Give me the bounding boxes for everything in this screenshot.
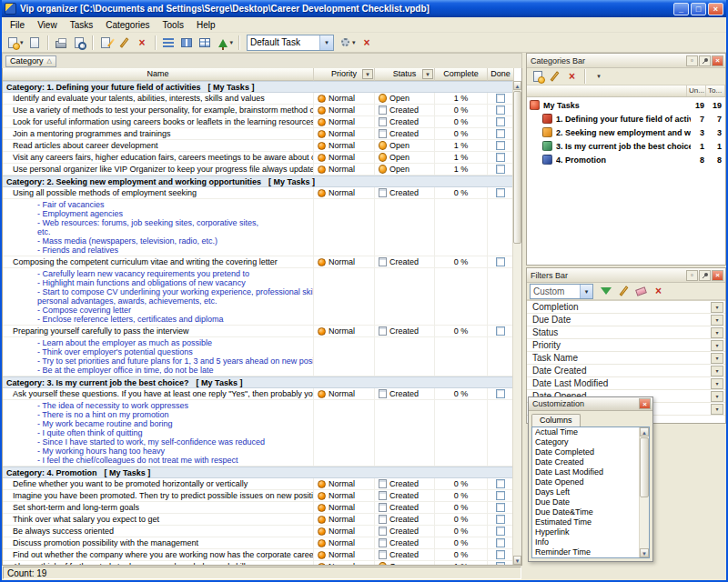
task-row[interactable]: Define whether you want to be promoted h…: [3, 478, 521, 490]
task-types-button[interactable]: ▾: [338, 34, 358, 51]
column-header-status[interactable]: Status ▼: [375, 68, 435, 81]
tree-item-category-1[interactable]: 1. Defining your future field of activit…: [527, 112, 725, 125]
column-header-name[interactable]: Name: [3, 68, 314, 81]
clear-selection-button[interactable]: [359, 34, 376, 51]
categories-float-button[interactable]: ▫: [686, 55, 698, 66]
customization-close-button[interactable]: ×: [639, 398, 651, 409]
done-checkbox[interactable]: [496, 550, 505, 559]
done-checkbox[interactable]: [496, 129, 505, 138]
edit-category-button[interactable]: [547, 69, 562, 85]
customization-titlebar[interactable]: Customization ×: [529, 397, 652, 411]
filter-row-due-date[interactable]: Due Date▾: [527, 314, 725, 326]
done-checkbox[interactable]: [496, 562, 505, 565]
column-option[interactable]: Estimated Time: [532, 517, 638, 527]
column-option[interactable]: Actual Time: [532, 427, 638, 437]
scroll-up-arrow[interactable]: ▲: [640, 427, 649, 436]
task-row[interactable]: Preparing yourself carefully to pass the…: [3, 326, 521, 337]
scrollbar-thumb[interactable]: [513, 91, 521, 244]
group-by-category-button[interactable]: Category △: [5, 55, 56, 67]
task-row[interactable]: Find out whether the company where you a…: [3, 549, 521, 561]
category-options-button[interactable]: ▾: [591, 69, 606, 85]
new-note-button[interactable]: [26, 34, 44, 51]
tree-item-category-4[interactable]: 4. Promotion88: [527, 153, 725, 166]
task-row[interactable]: Look for useful information using career…: [3, 116, 521, 128]
menu-help[interactable]: Help: [190, 19, 222, 31]
task-type-combo[interactable]: Default Task▾: [247, 35, 334, 51]
filter-row-status[interactable]: Status▾: [527, 326, 725, 339]
delete-category-button[interactable]: [564, 69, 580, 85]
filter-dropdown-arrow[interactable]: ▾: [711, 302, 723, 313]
filter-dropdown-arrow[interactable]: ▾: [711, 366, 723, 376]
task-row[interactable]: Be always success orientedNormalCreated0…: [3, 526, 521, 537]
tree-item-category-2[interactable]: 2. Seeking new employment and working o3…: [527, 125, 725, 139]
view-columns-button[interactable]: [178, 34, 196, 51]
task-row[interactable]: Think over what salary you expect to get…: [3, 514, 521, 526]
task-row[interactable]: Using all possible methods of employment…: [3, 187, 521, 199]
titlebar[interactable]: Vip organizer [C:\Documents and Settings…: [2, 0, 726, 17]
task-row[interactable]: Composing the competent curriculum vitae…: [3, 256, 521, 268]
filters-bar-header[interactable]: Filters Bar ▫ ×: [527, 268, 725, 283]
column-option[interactable]: Hyperlink: [532, 527, 638, 537]
done-checkbox[interactable]: [496, 491, 505, 500]
column-option[interactable]: Reminder Time: [532, 547, 638, 557]
menu-categories[interactable]: Categories: [99, 19, 156, 31]
done-checkbox[interactable]: [496, 389, 505, 398]
column-option[interactable]: Category: [532, 437, 638, 447]
print-button[interactable]: [53, 34, 70, 51]
task-row[interactable]: Identify and evaluate your talents, abil…: [3, 93, 521, 105]
task-row[interactable]: Imagine you have been promoted. Then try…: [3, 490, 521, 502]
scroll-down-arrow[interactable]: ▼: [513, 556, 521, 565]
task-row[interactable]: Join a mentoring programmes and training…: [3, 128, 521, 140]
combo-dropdown-arrow[interactable]: ▾: [580, 285, 592, 298]
column-option[interactable]: Date Opened: [532, 477, 638, 487]
categories-bar-header[interactable]: Categories Bar ▫ ×: [527, 54, 725, 68]
done-checkbox[interactable]: [496, 503, 505, 512]
filters-close-button[interactable]: ×: [712, 270, 723, 281]
column-option[interactable]: Date Last Modified: [532, 467, 638, 477]
delete-filter-button[interactable]: [651, 284, 666, 299]
columns-list-scrollbar[interactable]: ▲ ▼: [639, 427, 649, 557]
categories-pin-button[interactable]: [699, 55, 711, 66]
column-option[interactable]: Due Date&Time: [532, 507, 638, 517]
column-option[interactable]: Days Left: [532, 487, 638, 497]
view-list-button[interactable]: [160, 34, 177, 51]
done-checkbox[interactable]: [496, 515, 505, 524]
task-row[interactable]: Visit any careers fairs, higher educatio…: [3, 152, 521, 164]
task-row[interactable]: Read articles about career developmentNo…: [3, 140, 521, 152]
filter-row-date-created[interactable]: Date Created▾: [527, 365, 725, 377]
new-task-button[interactable]: ▾: [5, 34, 25, 51]
customization-window[interactable]: Customization × Columns Actual TimeCateg…: [528, 396, 653, 562]
done-checkbox[interactable]: [496, 527, 505, 536]
scroll-up-arrow[interactable]: ▲: [513, 81, 521, 90]
priority-filter-button[interactable]: ▼: [362, 69, 373, 79]
filters-float-button[interactable]: ▫: [686, 270, 698, 281]
add-category-button[interactable]: [530, 69, 545, 85]
category-row[interactable]: Category: 1. Defining your future field …: [3, 81, 521, 93]
filter-row-completion[interactable]: Completion▾: [527, 301, 725, 314]
category-row[interactable]: Category: 2. Seeking new employment and …: [3, 176, 521, 187]
done-checkbox[interactable]: [496, 141, 505, 150]
menu-file[interactable]: File: [4, 19, 31, 31]
task-row[interactable]: Set short-term and long-term goalsNormal…: [3, 502, 521, 514]
done-checkbox[interactable]: [496, 326, 505, 336]
task-row[interactable]: Discuss promotion possibility with the m…: [3, 537, 521, 549]
done-checkbox[interactable]: [496, 479, 505, 488]
close-button[interactable]: ×: [708, 3, 723, 15]
menu-tools[interactable]: Tools: [157, 19, 190, 31]
filter-row-date-last-modified[interactable]: Date Last Modified▾: [527, 377, 725, 390]
column-header-total[interactable]: To...: [706, 85, 725, 96]
column-option[interactable]: Due Date: [532, 497, 638, 507]
apply-filter-button[interactable]: [598, 284, 614, 299]
view-details-button[interactable]: [197, 34, 214, 51]
column-option[interactable]: Date Created: [532, 457, 638, 467]
done-checkbox[interactable]: [496, 538, 505, 547]
column-option[interactable]: Date Completed: [532, 447, 638, 457]
filter-dropdown-arrow[interactable]: ▾: [711, 327, 723, 338]
filter-dropdown-arrow[interactable]: ▾: [711, 315, 723, 326]
done-checkbox[interactable]: [496, 165, 505, 174]
status-filter-button[interactable]: ▼: [422, 69, 433, 79]
scroll-down-arrow[interactable]: ▼: [640, 548, 649, 557]
column-option[interactable]: Info: [532, 537, 638, 547]
column-header-complete[interactable]: Complete: [435, 68, 488, 81]
clear-filter-button[interactable]: [633, 284, 649, 299]
